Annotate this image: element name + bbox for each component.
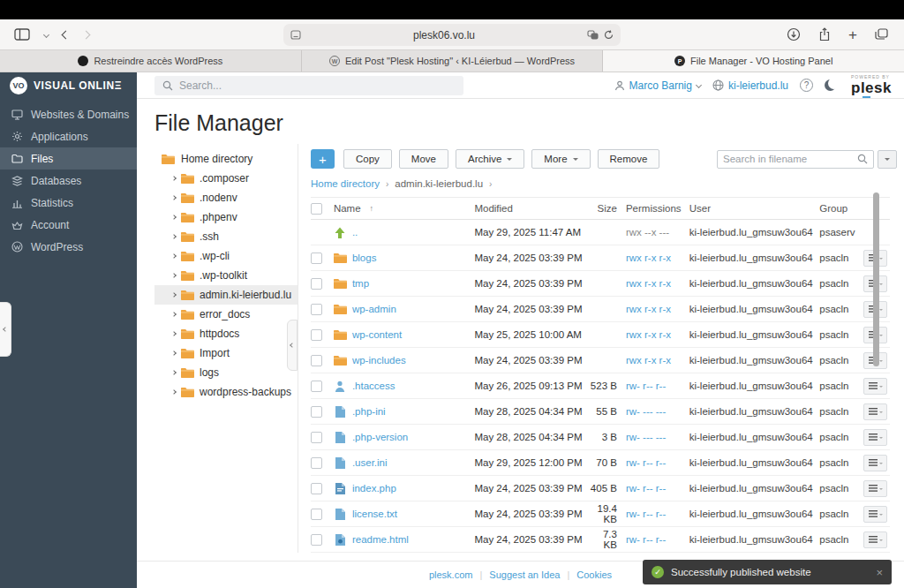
permissions-link[interactable]: rwx r-x r-x: [626, 304, 689, 314]
remove-button[interactable]: Remove: [598, 149, 660, 169]
footer-link-cookies[interactable]: Cookies: [576, 569, 612, 580]
file-name-link[interactable]: license.txt: [352, 509, 397, 519]
row-checkbox[interactable]: [311, 329, 322, 341]
row-checkbox[interactable]: [311, 253, 322, 264]
file-name-link[interactable]: readme.html: [352, 534, 409, 545]
file-name-link[interactable]: ..: [352, 227, 358, 237]
sidebar-item-wordpress[interactable]: WordPress: [0, 236, 137, 258]
permissions-link[interactable]: rwx r-x r-x: [626, 329, 689, 340]
chevron-right-icon[interactable]: [171, 253, 177, 259]
row-checkbox[interactable]: [311, 381, 322, 392]
permissions-link[interactable]: rw- r-- r--: [626, 457, 689, 468]
address-bar[interactable]: plesk06.vo.lu: [283, 24, 621, 46]
permissions-link[interactable]: rwx r-x r-x: [626, 253, 689, 263]
table-row[interactable]: .. May 29, 2025 11:47 AM rwx --x --- ki-…: [311, 220, 890, 245]
sidebar-item-account[interactable]: Account: [0, 214, 137, 236]
tree-item-httpdocs[interactable]: httpdocs: [154, 324, 298, 343]
row-menu-button[interactable]: [863, 378, 887, 395]
sidebar-item-statistics[interactable]: Statistics: [0, 192, 137, 214]
permissions-link[interactable]: rw- r-- r--: [626, 509, 689, 519]
tree-item-logs[interactable]: logs: [154, 363, 298, 382]
tree-item-.wp-cli[interactable]: .wp-cli: [154, 246, 298, 266]
row-menu-button[interactable]: [863, 531, 887, 548]
archive-button[interactable]: Archive: [456, 149, 524, 169]
move-button[interactable]: Move: [399, 149, 448, 169]
help-icon[interactable]: ?: [800, 79, 813, 92]
file-name-link[interactable]: .htaccess: [352, 381, 396, 391]
file-name-link[interactable]: .php-version: [352, 432, 408, 442]
breadcrumb-home-link[interactable]: Home directory: [311, 178, 380, 189]
tree-item-Import[interactable]: Import: [154, 343, 298, 363]
permissions-link[interactable]: rw- r-- r--: [626, 381, 689, 391]
tree-collapse-handle[interactable]: [287, 320, 298, 371]
table-row[interactable]: .php-version May 28, 2025 04:34 PM 3 B r…: [311, 425, 890, 450]
permissions-link[interactable]: rw- --- ---: [626, 432, 689, 442]
file-name-link[interactable]: blogs: [352, 253, 377, 263]
global-search-input[interactable]: Search...: [154, 76, 463, 95]
tree-item-wordpress-backups[interactable]: wordpress-backups: [154, 382, 298, 402]
row-checkbox[interactable]: [311, 534, 322, 546]
permissions-link[interactable]: rw- r-- r--: [626, 483, 689, 494]
tree-item-admin.ki-leierbud.lu[interactable]: admin.ki-leierbud.lu: [154, 285, 298, 305]
more-button[interactable]: More: [531, 149, 590, 169]
search-options-button[interactable]: [878, 150, 897, 169]
translate-icon[interactable]: [587, 30, 599, 40]
table-row[interactable]: .php-ini May 28, 2025 04:34 PM 55 B rw- …: [311, 399, 890, 425]
table-row[interactable]: wp-content May 25, 2025 10:00 AM rwx r-x…: [311, 322, 890, 348]
tab-overview-icon[interactable]: [875, 28, 888, 41]
reader-icon[interactable]: [290, 30, 301, 40]
row-menu-button[interactable]: [863, 480, 887, 497]
table-row[interactable]: .user.ini May 29, 2025 12:00 PM 70 B rw-…: [311, 450, 890, 476]
tree-item-.nodenv[interactable]: .nodenv: [154, 188, 298, 207]
chevron-right-icon[interactable]: [171, 351, 177, 356]
vertical-scrollbar[interactable]: [873, 192, 879, 366]
row-menu-button[interactable]: [863, 455, 887, 471]
chevron-right-icon[interactable]: [171, 312, 177, 317]
permissions-link[interactable]: rwx r-x r-x: [626, 355, 689, 366]
chevron-right-icon[interactable]: [171, 234, 177, 239]
chevron-right-icon[interactable]: [171, 389, 177, 395]
sidebar-item-websites-domains[interactable]: Websites & Domains: [0, 103, 137, 125]
tab-file-manager[interactable]: P File Manager - VO Hosting Panel: [603, 50, 904, 72]
table-row[interactable]: readme.html May 24, 2025 03:39 PM 7.3 KB…: [311, 527, 890, 553]
chevron-right-icon[interactable]: [171, 273, 177, 278]
row-checkbox[interactable]: [311, 355, 322, 366]
reload-icon[interactable]: [604, 30, 614, 40]
file-name-link[interactable]: .user.ini: [352, 457, 388, 468]
sidebar-item-databases[interactable]: Databases: [0, 170, 137, 192]
table-row[interactable]: tmp May 24, 2025 03:39 PM rwx r-x r-x ki…: [311, 271, 890, 297]
file-name-link[interactable]: wp-content: [352, 329, 402, 340]
new-tab-icon[interactable]: +: [848, 27, 857, 42]
tree-item-.wp-toolkit[interactable]: .wp-toolkit: [154, 266, 298, 285]
tree-item-.ssh[interactable]: .ssh: [154, 227, 298, 246]
footer-link-plesk-com[interactable]: plesk.com: [429, 569, 473, 580]
sidebar-toggle-icon[interactable]: [14, 28, 30, 41]
dark-mode-icon[interactable]: [825, 79, 836, 91]
column-modified[interactable]: Modified: [474, 203, 587, 214]
column-group[interactable]: Group: [819, 203, 863, 214]
chevron-right-icon[interactable]: [171, 331, 177, 336]
copy-button[interactable]: Copy: [343, 149, 392, 169]
column-permissions[interactable]: Permissions: [626, 203, 689, 214]
chevron-right-icon[interactable]: [171, 370, 177, 375]
share-icon[interactable]: [818, 27, 831, 41]
back-icon[interactable]: [62, 30, 71, 39]
file-name-link[interactable]: wp-admin: [352, 304, 396, 314]
footer-link-suggest-an-idea[interactable]: Suggest an Idea: [489, 569, 560, 580]
toast-close-icon[interactable]: ×: [876, 566, 883, 579]
table-row[interactable]: wp-includes May 24, 2025 03:39 PM rwx r-…: [311, 348, 890, 373]
toolbar-chevron-down-icon[interactable]: [43, 31, 49, 37]
chevron-right-icon[interactable]: [171, 292, 177, 298]
chevron-right-icon[interactable]: [171, 176, 177, 181]
column-user[interactable]: User: [689, 203, 820, 214]
column-size[interactable]: Size: [587, 203, 626, 214]
permissions-link[interactable]: rw- r-- r--: [626, 534, 689, 545]
user-menu[interactable]: Marco Barnig: [614, 79, 701, 92]
file-name-link[interactable]: wp-includes: [352, 355, 406, 366]
sidebar-item-applications[interactable]: Applications: [0, 125, 137, 147]
brand[interactable]: VO VISUAL ONLINΞ: [0, 72, 137, 99]
permissions-link[interactable]: rwx r-x r-x: [626, 278, 689, 289]
column-name[interactable]: Name ↑: [334, 203, 475, 214]
file-name-link[interactable]: tmp: [352, 278, 369, 289]
table-row[interactable]: index.php May 24, 2025 03:39 PM 405 B rw…: [311, 476, 890, 501]
